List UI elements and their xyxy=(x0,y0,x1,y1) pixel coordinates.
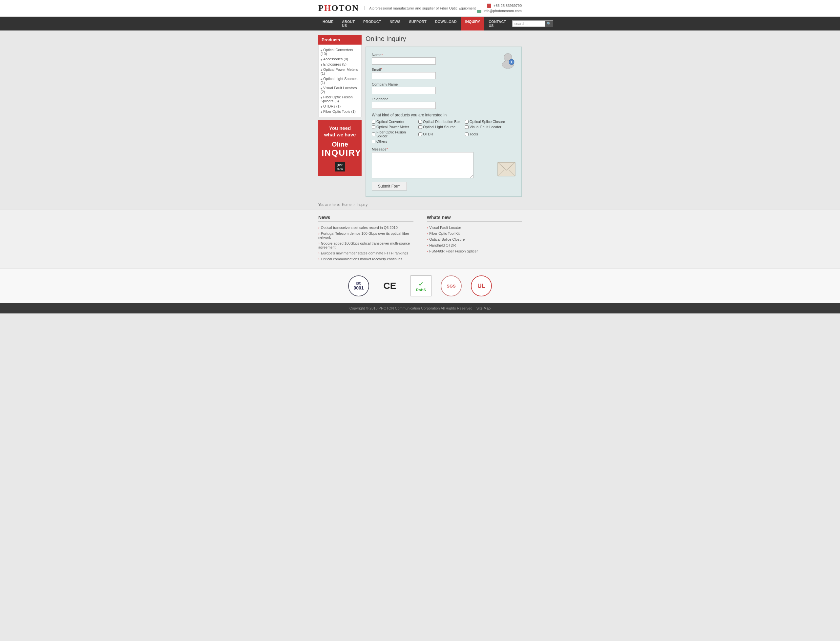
search-input[interactable] xyxy=(512,20,545,27)
whats-new-section: Whats new ›Visual Fault Locator ›Fiber O… xyxy=(427,215,522,262)
message-textarea[interactable] xyxy=(372,152,473,178)
list-item[interactable]: ◆Optical Light Sources (1) xyxy=(321,76,359,85)
name-group: Name* xyxy=(372,53,515,64)
list-item[interactable]: ◆OTDRs (1) xyxy=(321,104,359,109)
sitemap-link[interactable]: Site Map xyxy=(477,306,491,310)
submit-button[interactable]: Submit Form xyxy=(372,182,407,190)
telephone-label: Telephone xyxy=(372,97,515,101)
nav-news[interactable]: NEWS xyxy=(386,17,405,31)
news-title: News xyxy=(318,215,414,222)
email-icon xyxy=(477,10,481,13)
checkbox-optical-power-meter[interactable]: Optical Power Meter xyxy=(372,125,417,129)
company-label: Company Name xyxy=(372,82,515,86)
whats-new-title: Whats new xyxy=(427,215,522,222)
news-section: News ›Optical transceivers set sales rec… xyxy=(318,215,414,262)
breadcrumb-current: Inquiry xyxy=(357,203,367,206)
news-item[interactable]: ›Optical communications market recovery … xyxy=(318,256,414,262)
interest-label: What kind of products you are interested… xyxy=(372,113,515,118)
products-list: ◆Optical Converters (10) ◆Accessories (0… xyxy=(318,45,362,117)
checkbox-optical-distribution[interactable]: Optical Distribution Box xyxy=(418,120,463,124)
whats-new-item[interactable]: ›Handheld OTDR xyxy=(427,242,522,248)
copyright: Copyright © 2010 PHOTON Communication Co… xyxy=(349,306,473,310)
phone-icon xyxy=(487,3,491,8)
phone-line: +86 25 83969790 xyxy=(477,3,522,8)
promo-line3: Oline xyxy=(321,140,358,148)
telephone-group: Telephone xyxy=(372,97,515,109)
news-item[interactable]: ›Google added 100Gbps optical transceive… xyxy=(318,240,414,250)
news-item[interactable]: ›Europe's new member states dominate FTT… xyxy=(318,250,414,256)
products-title: Products xyxy=(318,35,362,45)
list-item[interactable]: ◆Enclosures (5) xyxy=(321,62,359,67)
news-item[interactable]: ›Portugal Telecom demos 100 Gbps over it… xyxy=(318,230,414,240)
name-label: Name* xyxy=(372,53,515,57)
whats-new-item[interactable]: ›Visual Fault Locator xyxy=(427,225,522,230)
page-title: Online Inquiry xyxy=(365,35,522,43)
logo[interactable]: PHOTON xyxy=(318,3,359,13)
sidebar: Products ◆Optical Converters (10) ◆Acces… xyxy=(318,35,362,197)
tagline: A professional manufacturer and supplier… xyxy=(364,6,476,10)
company-group: Company Name xyxy=(372,82,515,94)
breadcrumb-home[interactable]: Home xyxy=(342,203,351,206)
nav-product[interactable]: PRODUCT xyxy=(359,17,385,31)
promo-box: You need what we have Oline INQUIRY just… xyxy=(318,120,362,176)
checkbox-visual-fault-locator[interactable]: Visual Fault Locator xyxy=(465,125,510,129)
checkbox-optical-light-source[interactable]: Optical Light Source xyxy=(418,125,463,129)
just-now-badge[interactable]: just now xyxy=(335,162,345,171)
name-input[interactable] xyxy=(372,57,436,64)
whats-new-item[interactable]: ›FSM-60R Fiber Fusion Splicer xyxy=(427,248,522,254)
list-item[interactable]: ◆Fiber Optic Tools (1) xyxy=(321,109,359,114)
checkbox-optical-splice[interactable]: Optical Splice Closure xyxy=(465,120,510,124)
nav-support[interactable]: SUPPORT xyxy=(405,17,431,31)
list-item[interactable]: ◆Optical Power Meters (1) xyxy=(321,67,359,76)
search-button[interactable]: 🔍 xyxy=(545,20,553,27)
checkbox-others[interactable]: Others xyxy=(372,139,417,143)
whats-new-item[interactable]: ›Fiber Optic Tool Kit xyxy=(427,230,522,237)
cert-rohs: ✓ RoHS xyxy=(410,275,431,296)
cert-sgs: SGS xyxy=(441,275,462,296)
cert-iso: ISO 9001 xyxy=(348,275,369,296)
user-icon: i xyxy=(501,52,515,69)
message-section: Message* xyxy=(372,147,515,179)
nav-inquiry[interactable]: INQUIRY xyxy=(461,17,484,31)
envelope-icon xyxy=(498,162,515,177)
checkbox-tools[interactable]: Tools xyxy=(465,130,510,138)
telephone-input[interactable] xyxy=(372,101,436,109)
nav-about[interactable]: ABOUT US xyxy=(338,17,359,31)
promo-line4: INQUIRY xyxy=(321,148,358,158)
whats-new-item[interactable]: ›Optical Splice Closure xyxy=(427,237,522,242)
svg-text:i: i xyxy=(511,60,512,64)
email-line: info@photoncomm.com xyxy=(477,9,522,13)
checkbox-fiber-fusion[interactable]: Fiber Optic Fusion Splicer xyxy=(372,130,417,138)
company-input[interactable] xyxy=(372,87,436,94)
nav-contact[interactable]: CONTACT US xyxy=(484,17,510,31)
list-item[interactable]: ◆Accessories (0) xyxy=(321,56,359,62)
checkbox-optical-converter[interactable]: Optical Converter xyxy=(372,120,417,124)
checkbox-otdr[interactable]: OTDR xyxy=(418,130,463,138)
promo-line2: what we have xyxy=(321,132,358,138)
nav-download[interactable]: DOWNLOAD xyxy=(431,17,461,31)
interest-section: What kind of products you are interested… xyxy=(372,113,515,143)
email-input[interactable] xyxy=(372,72,436,79)
message-label: Message* xyxy=(372,147,515,151)
list-item[interactable]: ◆Visual Fault Locators (2) xyxy=(321,85,359,94)
list-item[interactable]: ◆Fiber Optic Fusion Splicers (3) xyxy=(321,94,359,104)
news-item[interactable]: ›Optical transceivers set sales record i… xyxy=(318,225,414,230)
promo-line1: You need xyxy=(321,125,358,132)
email-group: Email* xyxy=(372,68,515,79)
email-label: Email* xyxy=(372,68,515,71)
contact-info: +86 25 83969790 info@photoncomm.com xyxy=(477,3,522,13)
nav-home[interactable]: HOME xyxy=(318,17,338,31)
content-area: Online Inquiry i Name* xyxy=(365,35,522,197)
cert-ul: UL xyxy=(471,275,492,296)
inquiry-form-box: i Name* Email* xyxy=(365,47,522,197)
breadcrumb: You are here: Home › Inquiry xyxy=(318,203,522,206)
list-item[interactable]: ◆Optical Converters (10) xyxy=(321,47,359,56)
cert-ce: CE xyxy=(378,281,401,291)
